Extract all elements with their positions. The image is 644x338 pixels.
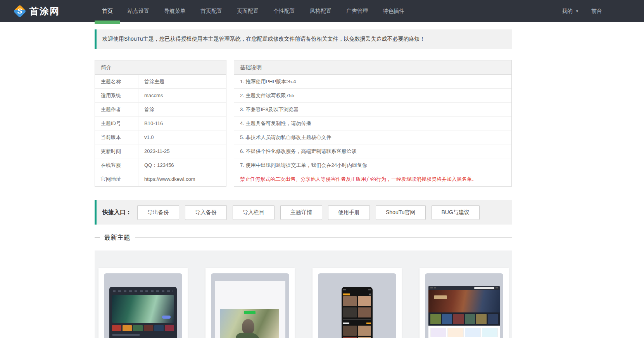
note-item: 4. 主题具备可复制性，请勿传播 <box>234 117 511 130</box>
theme-thumbnail-video-player[interactable] <box>211 273 289 338</box>
theme-thumbnail-mobile-app[interactable] <box>318 273 396 338</box>
poster-tile <box>453 314 464 324</box>
nav-item-home[interactable]: 首页 <box>95 0 120 22</box>
nav-item-label: 站点设置 <box>128 8 149 14</box>
official-site-url[interactable]: https://www.dkewl.com <box>138 172 195 186</box>
intro-panel-title: 简介 <box>95 60 226 75</box>
row-value: B10-116 <box>138 117 163 130</box>
navbar-right: 我的 ▼ 前台 <box>562 0 602 22</box>
row-value: v1.0 <box>138 130 154 144</box>
theme-card-3[interactable] <box>313 268 402 338</box>
poster-tile <box>133 325 142 331</box>
welcome-banner: 欢迎使用ShouTu主题，您已获得授权使用本主题管理系统，在您配置或修改文件前请… <box>95 29 512 49</box>
theme-screenshot-art <box>215 281 285 338</box>
poster-tile <box>343 326 357 336</box>
theme-thumbnail-light-movie-site[interactable] <box>425 273 503 338</box>
section-title: 最新主题 <box>104 233 130 242</box>
poster-tile <box>476 314 487 324</box>
table-row: 主题作者 首涂 <box>95 103 226 117</box>
poster-tile <box>123 325 132 331</box>
warning-note: 禁止任何形式的二次出售、分享他人等侵害作者及正版用户的行为，一经发现取消授权资格… <box>234 172 511 186</box>
nav-item-style-config[interactable]: 风格配置 <box>302 0 339 22</box>
poster-tile <box>488 314 498 324</box>
theme-thumbnail-dark-movie-site[interactable] <box>104 273 182 338</box>
row-value: QQ：123456 <box>138 158 174 172</box>
table-row: 在线客服 QQ：123456 <box>95 158 226 172</box>
quick-entry-label: 快捷入口： <box>102 209 131 216</box>
nav-item-label: 页面配置 <box>237 8 259 14</box>
poster-tile <box>482 328 498 337</box>
row-label: 主题作者 <box>95 103 138 116</box>
poster-tile <box>165 325 174 331</box>
row-value: 2023-11-25 <box>138 144 170 158</box>
latest-themes-section <box>95 250 512 338</box>
row-label: 主题ID号 <box>95 117 138 130</box>
row-value: maccms <box>138 89 163 102</box>
theme-card-4[interactable] <box>420 268 509 338</box>
nav-item-label: 特色插件 <box>383 8 404 14</box>
nav-item-page-config[interactable]: 页面配置 <box>230 0 266 22</box>
nav-item-nav-menu[interactable]: 导航菜单 <box>157 0 193 22</box>
row-label: 官网地址 <box>95 172 138 186</box>
theme-screenshot-art <box>428 286 500 338</box>
nav-item-ad-manage[interactable]: 广告管理 <box>339 0 375 22</box>
note-item: 5. 非技术人员请勿私自修改主题核心文件 <box>234 130 511 144</box>
latest-themes-heading: 最新主题 <box>95 233 512 242</box>
main-nav: 首页 站点设置 导航菜单 首页配置 页面配置 个性配置 风格配置 广告管理 特色… <box>95 0 412 22</box>
notes-panel: 基础说明 1. 推荐使用PHP版本≥5.4 2. 主题文件读写权限755 3. … <box>234 60 512 187</box>
row-label: 主题名称 <box>95 75 138 88</box>
chevron-down-icon: ▼ <box>575 9 579 13</box>
page-content: 欢迎使用ShouTu主题，您已获得授权使用本主题管理系统，在您配置或修改文件前请… <box>95 29 512 338</box>
bug-suggest-button[interactable]: BUG与建议 <box>432 205 480 220</box>
nav-item-plugins[interactable]: 特色插件 <box>375 0 412 22</box>
heading-line-right <box>135 237 512 238</box>
my-account-dropdown[interactable]: 我的 ▼ <box>562 8 579 15</box>
import-backup-button[interactable]: 导入备份 <box>185 205 227 220</box>
frontend-link[interactable]: 前台 <box>591 8 602 15</box>
row-label: 在线客服 <box>95 158 138 172</box>
note-item: 2. 主题文件读写权限755 <box>234 89 511 103</box>
nav-item-label: 首页配置 <box>200 8 222 14</box>
poster-tile <box>447 328 463 337</box>
poster-tile <box>358 307 371 317</box>
poster-tile <box>343 307 357 317</box>
theme-card-1[interactable] <box>98 268 188 338</box>
table-row: 更新时间 2023-11-25 <box>95 144 226 158</box>
theme-card-2[interactable] <box>205 268 295 338</box>
nav-item-label: 首页 <box>102 8 113 14</box>
heading-line-left <box>95 237 100 238</box>
nav-item-personal-config[interactable]: 个性配置 <box>266 0 302 22</box>
active-tab-indicator <box>95 21 120 24</box>
poster-tile <box>358 326 371 336</box>
quick-entry-section: 快捷入口： 导出备份 导入备份 导入栏目 主题详情 使用手册 ShouTu官网 … <box>95 200 512 225</box>
welcome-text: 欢迎使用ShouTu主题，您已获得授权使用本主题管理系统，在您配置或修改文件前请… <box>102 36 425 43</box>
import-columns-button[interactable]: 导入栏目 <box>233 205 275 220</box>
nav-item-label: 广告管理 <box>346 8 368 14</box>
row-label: 当前版本 <box>95 130 138 144</box>
poster-tile <box>442 314 452 324</box>
shoutu-official-button[interactable]: ShouTu官网 <box>376 205 426 220</box>
theme-details-button[interactable]: 主题详情 <box>280 205 322 220</box>
nav-item-label: 个性配置 <box>273 8 295 14</box>
export-backup-button[interactable]: 导出备份 <box>137 205 179 220</box>
poster-tile <box>112 325 121 331</box>
nav-item-site-settings[interactable]: 站点设置 <box>120 0 157 22</box>
table-row: 适用系统 maccms <box>95 89 226 103</box>
theme-screenshot-art <box>342 287 373 338</box>
nav-item-home-config[interactable]: 首页配置 <box>193 0 230 22</box>
theme-screenshot-art <box>109 287 177 338</box>
site-logo[interactable]: S 首涂网 <box>14 0 60 22</box>
note-item: 7. 使用中出现问题请提交工单，我们会在24小时内回复你 <box>234 158 511 172</box>
nav-item-label: 导航菜单 <box>164 8 186 14</box>
logo-icon: S <box>14 5 26 17</box>
intro-panel: 简介 主题名称 首涂主题 适用系统 maccms 主题作者 首涂 主题ID号 B… <box>95 60 226 187</box>
note-item: 6. 不提供个性化修改服务，高端定制请联系客服洽谈 <box>234 144 511 158</box>
poster-tile <box>144 325 153 331</box>
poster-tile <box>430 328 446 337</box>
table-row: 主题名称 首涂主题 <box>95 75 226 89</box>
poster-tile <box>465 328 481 337</box>
table-row: 主题ID号 B10-116 <box>95 117 226 130</box>
poster-tile <box>154 325 164 331</box>
poster-tile <box>358 296 371 306</box>
user-manual-button[interactable]: 使用手册 <box>328 205 370 220</box>
